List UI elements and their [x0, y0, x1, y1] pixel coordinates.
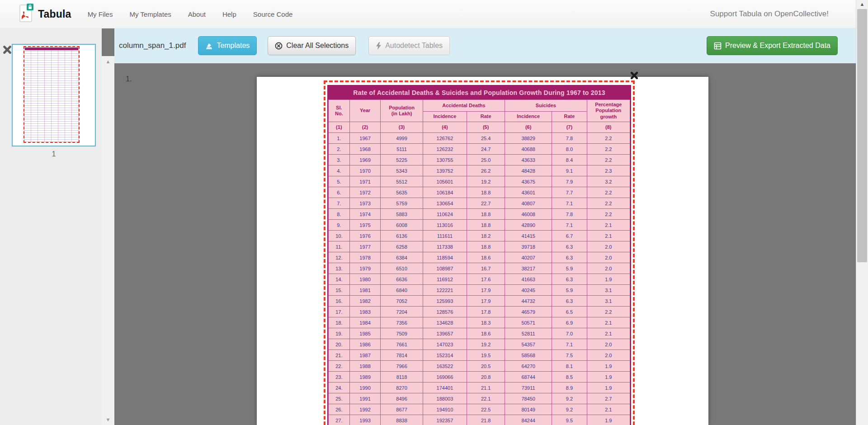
table-cell: 6.5: [552, 307, 587, 317]
table-cell: 2.: [329, 144, 350, 155]
table-cell: 18.3: [467, 317, 505, 328]
table-cell: 2.1: [587, 328, 630, 339]
table-cell: 6840: [381, 285, 423, 296]
table-cell: 1990: [349, 382, 381, 393]
preview-export-button[interactable]: Preview & Export Extracted Data: [707, 36, 838, 55]
table-cell: 16.: [329, 296, 350, 307]
table-cell: 7.5: [552, 350, 587, 361]
table-cell: 1985: [349, 328, 381, 339]
table-cell: 130755: [423, 155, 467, 165]
table-cell: 1975: [349, 220, 381, 231]
table-cell: 8.9: [552, 382, 587, 393]
nav-about[interactable]: About: [188, 10, 206, 18]
brand[interactable]: Tabula: [19, 4, 71, 24]
table-cell: 117338: [423, 241, 467, 252]
table-cell: 188003: [423, 393, 467, 404]
table-cell: 2.2: [587, 198, 630, 209]
table-cell: 5225: [381, 155, 423, 165]
table-cell: 7.1: [552, 220, 587, 231]
table-colnumber-cell: (4): [423, 122, 467, 133]
scrollbar-thumb[interactable]: [857, 9, 867, 262]
table-cell: 64270: [505, 361, 552, 372]
templates-button[interactable]: Templates: [198, 36, 257, 55]
table-cell: 50571: [505, 317, 552, 328]
table-cell: 17.9: [467, 285, 505, 296]
table-cell: 134628: [423, 317, 467, 328]
selection-close-button[interactable]: [630, 71, 638, 80]
nav-my-templates[interactable]: My Templates: [129, 10, 171, 18]
autodetect-tables-button[interactable]: Autodetect Tables: [368, 36, 450, 55]
sidebar-scrollbar[interactable]: ▲ ▼: [102, 56, 114, 425]
pdf-table-region: Rate of Accidental Deaths & Suicides and…: [327, 85, 631, 425]
table-row: 13.1979651010898716.7382175.92.0: [329, 263, 630, 274]
table-cell: 9.2: [552, 404, 587, 415]
support-link[interactable]: Support Tabula on OpenCollective!: [710, 9, 829, 19]
clear-all-selections-button[interactable]: Clear All Selections: [268, 36, 356, 55]
table-cell: 46008: [505, 209, 552, 220]
nav-my-files[interactable]: My Files: [88, 10, 113, 18]
table-cell: 12.: [329, 252, 350, 263]
table-cell: 27.: [329, 415, 350, 425]
table-cell: 2.0: [587, 241, 630, 252]
table-cell: 24.7: [467, 144, 505, 155]
table-cell: 18.6: [467, 328, 505, 339]
table-cell: 8.4: [552, 155, 587, 165]
table-cell: 73911: [505, 382, 552, 393]
table-row: 21.1987781415231419.5585687.52.0: [329, 350, 630, 361]
table-header-cell: Sl. No.: [329, 100, 350, 122]
table-cell: 1970: [349, 165, 381, 176]
nav-help[interactable]: Help: [222, 10, 236, 18]
table-cell: 22.: [329, 361, 350, 372]
table-colnumber-cell: (2): [349, 122, 381, 133]
scroll-up-icon[interactable]: ▲: [102, 59, 114, 64]
templates-label: Templates: [217, 42, 250, 50]
table-cell: 7.8: [552, 209, 587, 220]
table-cell: 7966: [381, 361, 423, 372]
table-row: 11.1977625811733818.8397186.32.0: [329, 241, 630, 252]
table-cell: 6510: [381, 263, 423, 274]
table-cell: 39718: [505, 241, 552, 252]
table-row: 18.1984735613462818.3505716.92.1: [329, 317, 630, 328]
table-cell: 38217: [505, 263, 552, 274]
table-cell: 43601: [505, 187, 552, 198]
table-cell: 125993: [423, 296, 467, 307]
pdf-page[interactable]: Rate of Accidental Deaths & Suicides and…: [257, 77, 708, 425]
table-cell: 130654: [423, 198, 467, 209]
window-scrollbar[interactable]: ▲: [856, 0, 868, 425]
table-cell: 7.9: [552, 176, 587, 187]
table-cell: 1974: [349, 209, 381, 220]
table-cell: 6.3: [552, 274, 587, 285]
table-row: 4.1970534313975226.2484289.12.3: [329, 165, 630, 176]
table-cell: 111611: [423, 231, 467, 241]
scrollbar-up-icon[interactable]: ▲: [856, 1, 868, 7]
table-cell: 1.9: [587, 274, 630, 285]
table-cell: 8.: [329, 209, 350, 220]
table-cell: 2.1: [587, 404, 630, 415]
pdf-table-title: Rate of Accidental Deaths & Suicides and…: [328, 86, 630, 99]
table-cell: 40688: [505, 144, 552, 155]
scroll-down-icon[interactable]: ▼: [102, 417, 114, 422]
brand-title: Tabula: [38, 8, 71, 20]
table-cell: 6.3: [552, 252, 587, 263]
table-colnumber-cell: (8): [587, 122, 630, 133]
table-cell: 122221: [423, 285, 467, 296]
table-row: 19.1985750913965718.6528117.02.1: [329, 328, 630, 339]
table-colnumber-cell: (6): [505, 122, 552, 133]
remove-page-button[interactable]: [3, 45, 12, 54]
table-cell: 1993: [349, 415, 381, 425]
table-cell: 44732: [505, 296, 552, 307]
table-cell: 3.: [329, 155, 350, 165]
table-subheader-cell: Rate: [552, 112, 587, 122]
page-thumbnail[interactable]: [12, 44, 96, 146]
table-cell: 116912: [423, 274, 467, 285]
table-cell: 118594: [423, 252, 467, 263]
nav-source-code[interactable]: Source Code: [253, 10, 293, 18]
table-cell: 1973: [349, 198, 381, 209]
table-row: 17.1983720412857617.8465796.52.2: [329, 307, 630, 317]
table-cell: 23.: [329, 372, 350, 382]
table-cell: 7509: [381, 328, 423, 339]
table-cell: 9.1: [552, 165, 587, 176]
table-cell: 6384: [381, 252, 423, 263]
table-cell: 1981: [349, 285, 381, 296]
table-cell: 9.: [329, 220, 350, 231]
